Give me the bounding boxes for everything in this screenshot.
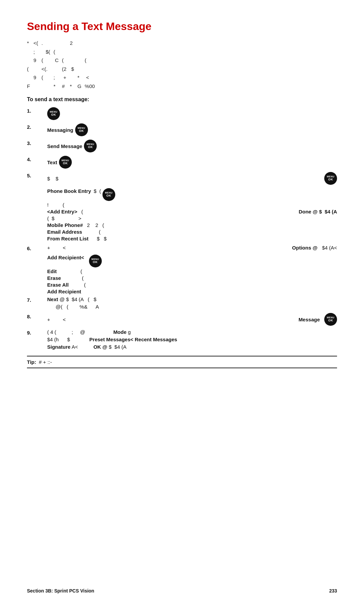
step-3-label: Send Message [47, 143, 82, 149]
step-2-label: Messaging [47, 127, 73, 133]
step-6-num: 6. [27, 245, 47, 251]
step-4: 4. Text MENU OK [27, 156, 337, 169]
sub-add-recipient: Add Recipient< MENU OK [47, 255, 337, 267]
tip-bar: Tip: # + ::- [27, 356, 337, 368]
menu-ok-button-6a[interactable]: MENU OK [89, 255, 102, 267]
step-5-content: $ $ MENU OK [47, 172, 337, 185]
footer: Section 3B: Sprint PCS Vision 233 [27, 588, 337, 594]
menu-ok-button-1[interactable]: MENU OK [47, 107, 60, 120]
step-9-content: ( 4 ( ; @ Mode g $4 (h $ Preset Messages… [47, 329, 337, 350]
sub-erase-all: Erase All ( [47, 282, 337, 288]
send-instructions: To send a text message: [27, 96, 337, 103]
step-8: 8. + < Message MENU OK [27, 313, 337, 326]
menu-ok-button-4[interactable]: MENU OK [59, 156, 72, 169]
step-8-num: 8. [27, 313, 47, 319]
step-5: 5. $ $ MENU OK [27, 172, 337, 185]
step-9-num: 9. [27, 329, 47, 336]
step-2-content: Messaging MENU OK [47, 123, 337, 136]
step-2: 2. Messaging MENU OK [27, 123, 337, 136]
step-3-content: Send Message MENU OK [47, 140, 337, 152]
step-1: 1. MENU OK [27, 107, 337, 120]
step-4-content: Text MENU OK [47, 156, 337, 169]
step-1-content: MENU OK [47, 107, 337, 120]
step-1-num: 1. [27, 107, 47, 114]
step-7: 7. Next @ $ $4 (A ( $ @( ( %& A [27, 296, 337, 310]
step-4-label: Text [47, 160, 57, 165]
sub-add-entry-note: ( $ > [47, 215, 337, 221]
step-5-text: $ $ [47, 176, 58, 181]
step-5-sub: Phone Book Entry $ ( MENU OK ! ( <Add En… [47, 188, 337, 241]
step-4-num: 4. [27, 156, 47, 162]
sub-erase: Erase ( [47, 275, 337, 281]
sub-recent-list: From Recent List $ $ [47, 236, 337, 241]
menu-ok-button-5a[interactable]: MENU OK [102, 188, 115, 201]
step-9: 9. ( 4 ( ; @ Mode g $4 (h $ Preset Messa… [27, 329, 337, 350]
steps-container: 1. MENU OK 2. Messaging MENU OK 3. Send … [27, 107, 337, 350]
char-table: *<(.2 ; $(( 9( C(( (<(.(2 $ 9(; +* < F*#… [27, 39, 337, 90]
page-title: Sending a Text Message [27, 20, 337, 33]
step-6-sub: Add Recipient< MENU OK Edit ( Erase ( Er… [47, 255, 337, 294]
menu-ok-button-3[interactable]: MENU OK [84, 140, 97, 152]
step-6: 6. + < Options @ $4 (A< [27, 245, 337, 251]
sub-phone-book-note: ! ( [47, 202, 337, 208]
tip-label: Tip: [27, 359, 36, 365]
sub-email: Email Address ( [47, 229, 337, 235]
step-8-content: + < Message MENU OK [47, 313, 337, 326]
footer-left: Section 3B: Sprint PCS Vision [27, 588, 94, 594]
menu-ok-button-5[interactable]: MENU OK [324, 172, 337, 185]
footer-right: 233 [329, 588, 337, 594]
step-3-num: 3. [27, 140, 47, 146]
step-2-num: 2. [27, 123, 47, 130]
sub-mobile-phone: Mobile Phone# 2 2 ( [47, 222, 337, 228]
sub-edit: Edit ( [47, 268, 337, 274]
menu-ok-button-8[interactable]: MENU OK [324, 313, 337, 326]
step-5-num: 5. [27, 172, 47, 178]
sub-phone-book: Phone Book Entry $ ( MENU OK [47, 188, 337, 201]
menu-ok-button-2[interactable]: MENU OK [75, 123, 88, 136]
tip-text: # + ::- [39, 359, 52, 365]
sub-add-recipient-2: Add Recipient [47, 289, 337, 294]
step-6-content: + < Options @ $4 (A< [47, 245, 337, 251]
sub-add-entry: <Add Entry> ( Done @ $ $4 (A [47, 209, 337, 214]
step-3: 3. Send Message MENU OK [27, 140, 337, 152]
step-7-content: Next @ $ $4 (A ( $ @( ( %& A [47, 296, 337, 310]
step-7-num: 7. [27, 296, 47, 303]
